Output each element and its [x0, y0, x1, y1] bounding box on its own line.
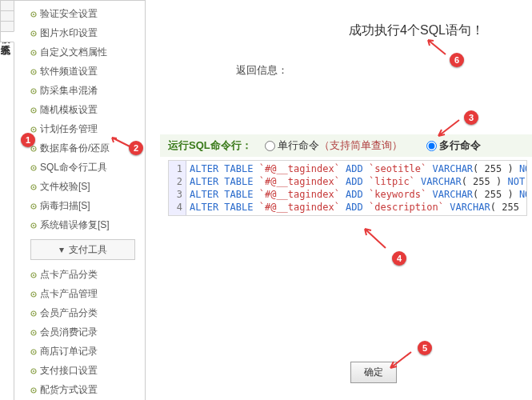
svg-point-29 — [33, 313, 34, 314]
sidebar-item[interactable]: 会员消费记录 — [19, 322, 140, 342]
sidebar-item[interactable]: 配货方式设置 — [19, 380, 140, 399]
sidebar-group-a: 验证安全设置图片水印设置自定义文档属性软件频道设置防采集串混淆随机模板设置计划任… — [19, 4, 140, 234]
sidebar-item-label: 验证安全设置 — [40, 6, 98, 21]
sidebar-item[interactable]: 点卡产品分类 — [19, 265, 140, 284]
sidebar-section-head[interactable]: ▾ 支付工具 — [30, 239, 135, 260]
radio-single-input[interactable] — [265, 141, 275, 151]
gear-icon — [30, 349, 35, 354]
radio-multi-label: 多行命令 — [439, 138, 481, 154]
radio-multi-input[interactable] — [426, 141, 437, 151]
left-tab-system[interactable]: 系统 — [0, 31, 14, 42]
svg-point-23 — [33, 225, 34, 226]
arrow-3 — [435, 118, 462, 139]
main-area: 成功执行4个SQL语句！ 返回信息： 运行SQL命令行： 单行命令（支持简单查询… — [160, 0, 532, 400]
sidebar-item-label: 会员消费记录 — [40, 325, 98, 339]
svg-point-17 — [33, 167, 34, 169]
sidebar-group-b: 点卡产品分类点卡产品管理会员产品分类会员消费记录商店订单记录支付接口设置配货方式… — [19, 265, 140, 399]
sidebar-item-label: 计划任务管理 — [40, 122, 98, 136]
success-message: 成功执行4个SQL语句！ — [349, 21, 484, 40]
svg-point-37 — [33, 390, 34, 391]
sidebar-item[interactable]: 防采集串混淆 — [19, 81, 140, 100]
sidebar-item-label: 自定义文档属性 — [40, 45, 107, 59]
svg-point-25 — [33, 274, 34, 276]
radio-multi-line[interactable]: 多行命令 — [426, 138, 481, 154]
sidebar-item-label: 病毒扫描[S] — [40, 198, 90, 213]
sidebar-item[interactable]: 自定义文档属性 — [19, 42, 140, 62]
gear-icon — [30, 69, 35, 74]
sidebar-item[interactable]: 会员产品分类 — [19, 303, 140, 322]
gear-icon — [30, 165, 35, 170]
sidebar-item-label: 图片水印设置 — [40, 26, 98, 40]
callout-4: 4 — [392, 251, 406, 266]
svg-point-13 — [33, 129, 34, 130]
gear-icon — [30, 184, 35, 189]
sidebar-item-label: 系统错误修复[S] — [40, 218, 110, 232]
gear-icon — [30, 368, 35, 373]
gear-icon — [30, 291, 35, 296]
svg-point-21 — [33, 206, 34, 207]
left-tab-collect[interactable]: 采集 — [0, 0, 14, 11]
sidebar-item[interactable]: 系统错误修复[S] — [19, 215, 140, 234]
svg-point-5 — [33, 52, 34, 54]
sidebar-item-label: 文件校验[S] — [40, 179, 90, 194]
svg-point-9 — [33, 90, 34, 92]
sidebar-section-label: 支付工具 — [69, 242, 107, 257]
svg-point-27 — [33, 294, 34, 295]
code-gutter: 1 2 3 4 — [169, 161, 186, 215]
gear-icon — [30, 310, 35, 315]
svg-point-33 — [33, 351, 34, 353]
svg-point-19 — [33, 186, 34, 188]
sidebar-item-label: 防采集串混淆 — [40, 83, 98, 98]
sidebar-item-label: 配货方式设置 — [40, 382, 98, 397]
sidebar: 验证安全设置图片水印设置自定义文档属性软件频道设置防采集串混淆随机模板设置计划任… — [14, 0, 146, 400]
gear-icon — [30, 222, 35, 227]
return-info-label: 返回信息： — [236, 62, 288, 78]
gear-icon — [30, 107, 35, 112]
sidebar-item-label: 点卡产品管理 — [40, 286, 98, 301]
sidebar-item[interactable]: 点卡产品管理 — [19, 284, 140, 303]
gear-icon — [30, 30, 35, 35]
gear-icon — [30, 11, 35, 16]
sidebar-item[interactable]: 病毒扫描[S] — [19, 196, 140, 215]
gear-icon — [30, 387, 35, 392]
svg-point-31 — [33, 332, 34, 334]
left-tab-strip: 采集 会员 模板 系统 — [0, 0, 14, 42]
sidebar-item-label: 数据库备份/还原 — [40, 141, 110, 155]
gear-icon — [30, 126, 35, 131]
sidebar-item[interactable]: 支付接口设置 — [19, 361, 140, 380]
svg-point-11 — [33, 110, 34, 111]
sidebar-item[interactable]: 软件频道设置 — [19, 62, 140, 81]
left-tab-member[interactable]: 会员 — [0, 10, 14, 22]
sidebar-item-label: 支付接口设置 — [40, 363, 98, 378]
sql-code-box[interactable]: 1 2 3 4 ALTER TABLE `#@__tagindex` ADD `… — [168, 160, 527, 216]
sidebar-item[interactable]: 商店订单记录 — [19, 342, 140, 361]
callout-6: 6 — [450, 53, 464, 67]
sidebar-item[interactable]: 验证安全设置 — [19, 4, 140, 23]
svg-point-7 — [33, 71, 34, 73]
sidebar-item-label: SQL命令行工具 — [40, 160, 107, 174]
left-tab-template[interactable]: 模板 — [0, 21, 14, 32]
sidebar-item[interactable]: 图片水印设置 — [19, 23, 140, 42]
gear-icon — [30, 272, 35, 277]
chevron-down-icon: ▾ — [59, 242, 64, 257]
gear-icon — [30, 88, 35, 93]
callout-1: 1 — [21, 133, 35, 147]
callout-3: 3 — [464, 110, 478, 125]
svg-point-15 — [33, 148, 34, 150]
radio-single-line[interactable]: 单行命令（支持简单查询） — [265, 138, 402, 154]
arrow-4 — [362, 227, 390, 251]
callout-2: 2 — [129, 141, 143, 155]
sidebar-item-label: 商店订单记录 — [40, 344, 98, 358]
gear-icon — [30, 330, 35, 334]
sidebar-item[interactable]: 随机模板设置 — [19, 100, 140, 119]
svg-point-3 — [33, 33, 34, 34]
code-content[interactable]: ALTER TABLE `#@__tagindex` ADD `seotitle… — [186, 161, 526, 215]
sidebar-item-label: 软件频道设置 — [40, 64, 98, 78]
svg-point-35 — [33, 370, 34, 372]
arrow-6 — [425, 38, 449, 58]
svg-point-1 — [33, 14, 34, 15]
sidebar-item[interactable]: SQL命令行工具 — [19, 158, 140, 177]
gear-icon — [30, 50, 35, 54]
sql-toolbar: 运行SQL命令行： 单行命令（支持简单查询） 多行命令 — [160, 134, 532, 157]
sidebar-item[interactable]: 文件校验[S] — [19, 177, 140, 196]
